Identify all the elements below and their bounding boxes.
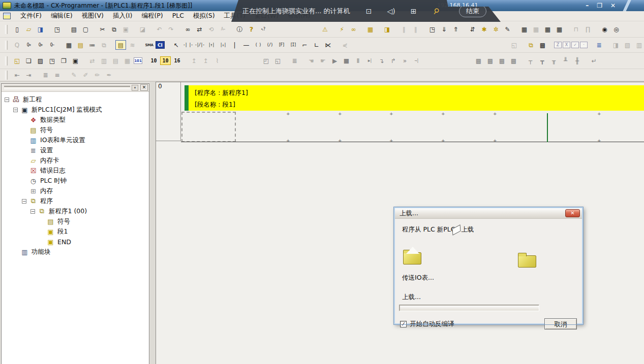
dialog-close-icon[interactable]: ✕ xyxy=(565,209,580,217)
redo-icon[interactable]: ↷ xyxy=(166,24,176,35)
tree-item-memory[interactable]: ⊞ 内存 xyxy=(2,186,149,196)
new-contact-icon[interactable]: -| |- xyxy=(182,40,193,50)
tag-z-icon[interactable]: Z xyxy=(554,42,562,48)
tree-item-memory-card[interactable]: ▱ 内存卡 xyxy=(2,155,149,166)
horizontal-line-icon[interactable]: — xyxy=(241,40,252,50)
download-to-plc-icon[interactable]: ⇓ xyxy=(439,24,449,35)
tree-item-data-types[interactable]: ❖ 数据类型 xyxy=(2,115,149,125)
edit-lines-icon[interactable]: ≣ xyxy=(289,56,300,66)
new-coil-icon[interactable]: ( ) xyxy=(253,40,263,50)
collapse-left-icon[interactable]: ⋞ xyxy=(340,40,350,50)
chart-window-icon[interactable]: ▨ xyxy=(35,56,46,66)
paste-special-icon[interactable]: ◪ xyxy=(137,24,148,35)
differential-display-icon[interactable]: ◨ xyxy=(382,24,392,35)
line-connect-icon[interactable]: ∟ xyxy=(311,40,322,50)
tree-item-new-project[interactable]: − 品 新工程 xyxy=(2,94,149,105)
io-display-4-icon[interactable]: ▩ xyxy=(508,56,519,66)
panel-splitter[interactable] xyxy=(150,82,156,364)
set-value-icon[interactable]: ↥ xyxy=(189,56,199,66)
monitor-icon[interactable]: ∞ xyxy=(348,24,359,35)
cross-reference-icon[interactable]: ⇄ xyxy=(87,56,98,66)
work-online-icon[interactable]: ⚠ xyxy=(320,24,330,35)
compile-icon[interactable]: ✱ xyxy=(479,24,489,35)
rack-list-icon[interactable]: ≣ xyxy=(594,40,604,50)
decimal-display-icon[interactable]: 10 xyxy=(148,56,159,66)
upload-from-plc-icon[interactable]: ⇑ xyxy=(450,24,461,35)
sim-pause-icon[interactable]: Ⅱ xyxy=(353,56,363,66)
io-display-2-icon[interactable]: ▩ xyxy=(485,56,496,66)
info-icon[interactable]: ⓘ xyxy=(234,24,245,35)
tree-item-symbols[interactable]: ▤ 符号 xyxy=(2,125,149,135)
zoom-select-icon[interactable]: Q xyxy=(12,40,22,50)
step-run-icon[interactable]: ▶| xyxy=(364,56,375,66)
tree-item-program-symbols[interactable]: ▤ 符号 xyxy=(2,216,149,226)
window-b-icon[interactable]: ▧ xyxy=(622,40,633,50)
time-chart-monitor-icon[interactable]: ∏ xyxy=(582,24,593,35)
menu-file[interactable]: 文件(F) xyxy=(16,11,46,21)
auto-decompile-checkbox[interactable]: ✓ xyxy=(400,321,407,327)
work-mode-icon[interactable]: ☚ xyxy=(306,56,317,66)
pause-monitor-icon[interactable]: ∥ xyxy=(398,24,409,35)
pen-1-icon[interactable]: ✎ xyxy=(69,70,79,80)
pause-icon[interactable]: ∥ xyxy=(410,24,421,35)
tree-expander-icon[interactable]: − xyxy=(22,199,26,204)
menu-view[interactable]: 视图(V) xyxy=(77,11,108,21)
end-session-button[interactable]: 结束 xyxy=(459,5,486,17)
network-4-icon[interactable]: ╨ xyxy=(560,56,571,66)
add-window-icon[interactable]: ⊞ xyxy=(409,7,418,15)
context-help-icon[interactable]: ↖? xyxy=(258,24,268,35)
page-monitor-icon[interactable]: ◱ xyxy=(509,40,519,50)
close-icon[interactable]: ✕ xyxy=(610,0,616,11)
sim-run-icon[interactable]: ▶ xyxy=(329,56,340,66)
instruction-icon[interactable]: ⌐ xyxy=(299,40,310,50)
zoom-in-icon[interactable]: Q+ xyxy=(35,40,46,50)
output-window-icon[interactable]: ❐ xyxy=(58,56,69,66)
tree-item-io-table[interactable]: ▥ IO表和单元设置 xyxy=(2,135,149,145)
new-contact-not-icon[interactable]: -|/|- xyxy=(194,40,205,50)
io-display-1-icon[interactable]: ▩ xyxy=(473,56,484,66)
tag-blank-icon[interactable]: · xyxy=(580,42,588,48)
tree-item-settings[interactable]: ≣ 设置 xyxy=(2,145,149,155)
io-table-display-icon[interactable]: ▦ xyxy=(542,24,553,35)
mdi-child-icon[interactable] xyxy=(3,13,11,19)
mnemonic-view-icon[interactable]: SMA xyxy=(144,40,155,50)
network-3-icon[interactable]: ╥ xyxy=(548,56,559,66)
auto-online-icon[interactable]: ⚡ xyxy=(336,24,347,35)
tree-expander-icon[interactable]: − xyxy=(30,209,35,214)
zoom-out-icon[interactable]: Q− xyxy=(47,40,57,50)
paste-icon[interactable]: ▣ xyxy=(120,24,131,35)
menu-simulation[interactable]: 模拟(S) xyxy=(189,11,220,21)
sort-view-icon[interactable]: ≡ xyxy=(52,70,63,80)
speaker-icon[interactable]: ◁) xyxy=(387,7,396,15)
watch-display-icon[interactable]: ▦ xyxy=(519,24,530,35)
print-preview-icon[interactable]: ▢ xyxy=(80,24,91,35)
scan-run-icon[interactable]: →| xyxy=(411,56,422,66)
watch-display-2-icon[interactable]: ▦ xyxy=(531,24,541,35)
tree-item-function-blocks[interactable]: ▥ 功能块 xyxy=(2,247,149,257)
tree-item-program-1[interactable]: − ⧉ 新程序1 (00) xyxy=(2,206,149,216)
tree-expander-icon[interactable]: − xyxy=(5,97,9,102)
cancel-button[interactable]: 取消 xyxy=(544,318,577,329)
find-in-project-icon[interactable]: ◳ xyxy=(52,24,63,35)
work-mode-2-icon[interactable]: ☛ xyxy=(318,56,328,66)
goto-address-icon[interactable]: A→ xyxy=(218,24,228,35)
list-view-icon[interactable]: ≣ xyxy=(40,70,51,80)
symbol-display-icon[interactable]: ≔ xyxy=(87,40,98,50)
zoom-reset-icon[interactable]: Q✕ xyxy=(23,40,34,50)
copy-icon[interactable]: ⧉ xyxy=(109,24,119,35)
search-retrace-icon[interactable]: ⟲ xyxy=(206,24,217,35)
cascade-windows-icon[interactable]: ◱ xyxy=(12,56,22,66)
new-coil-not-icon[interactable]: (/) xyxy=(264,40,275,50)
pen-3-icon[interactable]: ✏ xyxy=(92,70,103,80)
monitor-in-rung-icon[interactable]: ⧉ xyxy=(99,40,109,50)
network-2-icon[interactable]: ┳ xyxy=(537,56,547,66)
continuous-step-icon[interactable]: » xyxy=(400,56,410,66)
tree-item-section-end[interactable]: ▣ END xyxy=(2,237,149,247)
open-file-icon[interactable]: ▱ xyxy=(23,24,34,35)
grid-toggle-icon[interactable]: ▦ xyxy=(64,40,74,50)
fullscreen-icon[interactable]: ⊡ xyxy=(364,7,374,15)
compare-with-plc-icon[interactable]: ⇵ xyxy=(467,24,478,35)
tag-x-icon[interactable]: X xyxy=(563,42,570,48)
window-c-icon[interactable]: ▥ xyxy=(634,40,644,50)
vertical-line-icon[interactable]: | xyxy=(229,40,240,50)
